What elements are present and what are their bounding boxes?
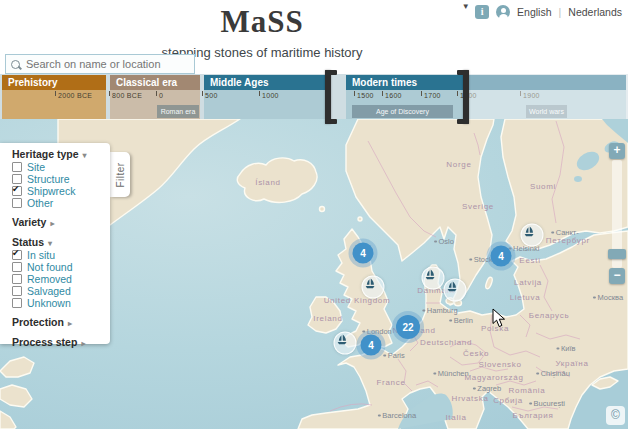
zoom-out-button[interactable]: −	[609, 268, 625, 284]
chevron-right-icon: ▸	[81, 339, 85, 348]
attribution-button[interactable]: ©	[606, 406, 625, 425]
sailboat-icon	[522, 225, 537, 240]
language-link-english[interactable]: English	[517, 6, 551, 18]
site-title: MaSS	[100, 2, 424, 42]
language-caret-icon: ▼	[462, 2, 470, 11]
filter-option-other[interactable]: Other	[12, 197, 110, 209]
timeline-range-start-handle[interactable]	[325, 70, 337, 124]
checkbox-checked[interactable]	[12, 250, 22, 260]
filter-option-salvaged[interactable]: Salvaged	[12, 285, 110, 297]
shipwreck-marker[interactable]	[362, 276, 385, 299]
sailboat-icon	[423, 268, 438, 283]
timeline-tick: 1500	[356, 90, 373, 104]
user-icon[interactable]	[496, 5, 510, 19]
mass-app: ÍslandNorgeSverigeSuomiEestiLatvijaLietu…	[0, 0, 628, 429]
shipwreck-marker[interactable]	[422, 267, 445, 290]
brand-block: MaSS stepping stones of maritime history	[100, 2, 424, 60]
search-box[interactable]	[5, 54, 195, 74]
filter-section-protection: Protection▸	[12, 316, 110, 329]
checkbox-checked[interactable]	[12, 186, 22, 196]
cluster-marker[interactable]: 4	[491, 246, 512, 267]
era-band-middle-ages[interactable]: Middle Ages	[204, 75, 330, 90]
filter-option-site[interactable]: Site	[12, 161, 110, 173]
search-input[interactable]	[24, 57, 188, 71]
cluster-marker[interactable]: 22	[396, 315, 420, 339]
checkbox[interactable]	[12, 174, 22, 184]
zoom-in-button[interactable]: +	[609, 143, 625, 159]
chevron-down-icon: ▾	[48, 239, 52, 248]
language-link-nederlands[interactable]: Nederlands	[568, 6, 622, 18]
filter-option-not-found[interactable]: Not found	[12, 261, 110, 273]
cluster-marker[interactable]: 4	[353, 243, 374, 264]
timeline-range-end-handle[interactable]	[457, 70, 469, 124]
filter-section-header[interactable]: Process step▸	[12, 336, 110, 349]
filter-option-removed[interactable]: Removed	[12, 273, 110, 285]
filter-tab-label: Filter	[115, 162, 126, 187]
filter-option-unknown[interactable]: Unknown	[12, 297, 110, 309]
shipwreck-marker[interactable]	[334, 332, 357, 355]
header-actions: i ▼ English | Nederlands	[475, 5, 622, 19]
timeline-tick: 0	[158, 90, 162, 104]
shipwreck-marker[interactable]	[444, 279, 467, 302]
sailboat-icon	[445, 280, 460, 295]
checkbox[interactable]	[12, 274, 22, 284]
filter-section-heritage-type: Heritage type▾SiteStructureShipwreckOthe…	[12, 148, 110, 209]
page-header: MaSS stepping stones of maritime history…	[0, 0, 628, 74]
subperiod-roman-era: Roman era	[157, 105, 199, 118]
sailboat-icon	[335, 333, 350, 348]
filter-section-header[interactable]: Heritage type▾	[12, 148, 110, 161]
timeline-tick: 800 BCE	[111, 90, 141, 104]
chevron-down-icon: ▾	[83, 151, 87, 160]
chevron-right-icon: ▸	[68, 319, 72, 328]
filter-section-header[interactable]: Status▾	[12, 236, 110, 249]
filter-option-shipwreck[interactable]: Shipwreck	[12, 185, 110, 197]
filter-section-header[interactable]: Protection▸	[12, 316, 110, 329]
era-timeline[interactable]: PrehistoryClassical eraMiddle AgesModern…	[0, 74, 628, 119]
filter-tab[interactable]: Filter	[110, 152, 130, 197]
filter-panel: Heritage type▾SiteStructureShipwreckOthe…	[0, 143, 110, 344]
checkbox[interactable]	[12, 262, 22, 272]
filter-section-process-step: Process step▸	[12, 336, 110, 349]
zoom-slider-handle[interactable]	[608, 249, 626, 259]
chevron-right-icon: ▸	[50, 219, 54, 228]
checkbox[interactable]	[12, 286, 22, 296]
era-band-classical-era[interactable]: Classical era	[110, 75, 200, 90]
filter-section-header[interactable]: Variety▸	[12, 216, 110, 229]
checkbox[interactable]	[12, 198, 22, 208]
filter-section-variety: Variety▸	[12, 216, 110, 229]
subperiod-age-of-discovery: Age of Discovery	[352, 105, 453, 118]
timeline-tick: 2000 BCE	[57, 90, 91, 104]
filter-option-in-situ[interactable]: In situ	[12, 249, 110, 261]
timeline-tick: 1000	[261, 90, 278, 104]
cluster-marker[interactable]: 4	[361, 335, 382, 356]
checkbox[interactable]	[12, 162, 22, 172]
era-band-prehistory[interactable]: Prehistory	[2, 75, 106, 90]
shipwreck-marker[interactable]	[521, 224, 544, 247]
timeline-tick: 500	[204, 90, 217, 104]
filter-section-status: Status▾In situNot foundRemovedSalvagedUn…	[12, 236, 110, 309]
search-icon	[11, 60, 20, 69]
sailboat-icon	[363, 277, 378, 292]
filter-option-structure[interactable]: Structure	[12, 173, 110, 185]
timeline-tick: 1700	[423, 90, 440, 104]
checkbox[interactable]	[12, 298, 22, 308]
timeline-dim-overlay	[467, 74, 628, 119]
timeline-tick: 1600	[384, 90, 401, 104]
language-separator: |	[559, 6, 562, 18]
info-icon[interactable]: i	[475, 5, 489, 19]
